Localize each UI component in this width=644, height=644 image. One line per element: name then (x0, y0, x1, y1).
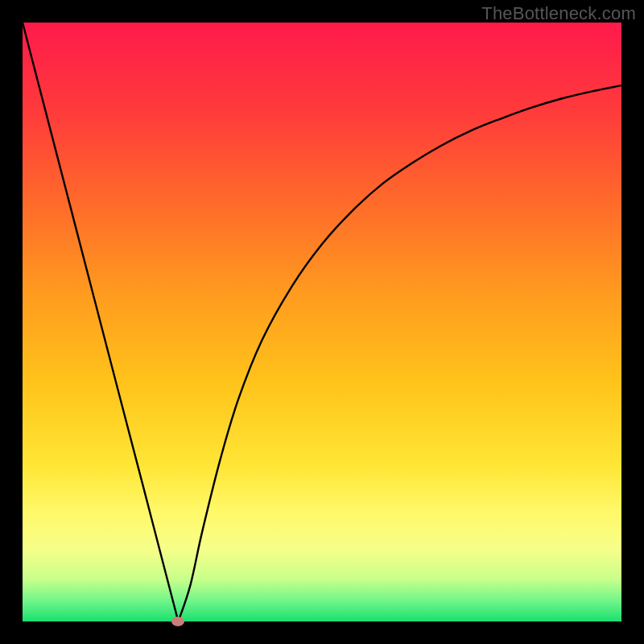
bottleneck-curve (23, 23, 621, 621)
watermark-text: TheBottleneck.com (481, 3, 636, 24)
chart-frame (23, 23, 621, 621)
optimum-marker (171, 617, 184, 626)
